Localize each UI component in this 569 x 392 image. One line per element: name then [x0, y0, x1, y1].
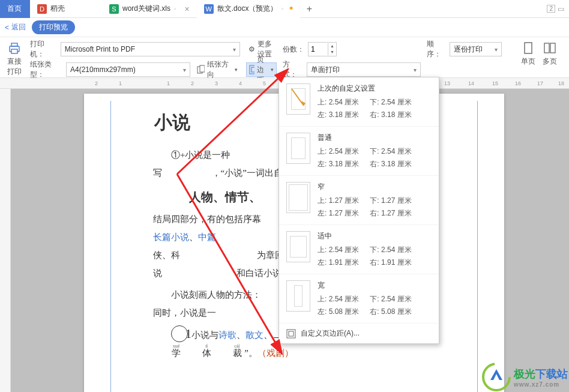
direct-print-label: 直接打印 [7, 56, 22, 77]
svg-point-16 [483, 364, 510, 390]
copies-stepper[interactable]: ▲▼ [308, 42, 337, 56]
window-restore-icon[interactable]: ▭ [558, 5, 564, 13]
xls-icon: S [109, 4, 119, 14]
method-select[interactable]: 单面打印 ▾ [307, 62, 421, 77]
vertical-ruler [0, 89, 11, 392]
svg-rect-9 [550, 43, 555, 53]
tab-daoke[interactable]: D 稻壳 [30, 0, 102, 18]
tab-label: 散文.docx（预览） [217, 4, 278, 14]
margin-option-wide[interactable]: 宽上: 2.54 厘米下: 2.54 厘米左: 5.08 厘米右: 5.08 厘… [279, 274, 439, 324]
tab-label: 稻壳 [50, 4, 65, 14]
paper-select[interactable]: A4(210mmx297mm) ▾ [66, 62, 190, 77]
tab-home[interactable]: 首页 [0, 0, 30, 18]
printer-select[interactable]: Microsoft Print to PDF ▾ [61, 42, 240, 56]
unsaved-dot-icon: • [289, 2, 293, 15]
window-indicator[interactable]: 2 [547, 5, 555, 13]
method-value: 单面打印 [311, 65, 340, 75]
annotation-arrow [177, 66, 297, 188]
single-page-icon [521, 41, 535, 55]
option-title: 宽 [318, 280, 432, 291]
option-title: 窄 [318, 182, 432, 192]
option-title: 上次的自定义设置 [318, 83, 432, 94]
paper-value: A4(210mmx297mm) [70, 65, 136, 74]
svg-line-15 [177, 174, 282, 354]
printer-value: Microsoft Print to PDF [65, 45, 135, 53]
daoke-icon: D [37, 4, 47, 14]
margin-option-last-custom[interactable]: 上次的自定义设置上: 2.54 厘米下: 2.54 厘米左: 3.18 厘米右:… [279, 77, 439, 127]
margin-option-moderate[interactable]: 适中上: 2.54 厘米下: 2.54 厘米左: 1.91 厘米右: 1.91 … [279, 225, 439, 274]
tab-docx-active[interactable]: W 散文.docx（预览） ▫ • [197, 0, 301, 18]
margins-dropdown: 上次的自定义设置上: 2.54 厘米下: 2.54 厘米左: 3.18 厘米右:… [278, 77, 439, 344]
multi-page-button[interactable]: 多页 [540, 41, 559, 67]
order-value: 逐份打印 [454, 44, 483, 55]
printer-icon [7, 41, 22, 55]
svg-rect-2 [11, 49, 17, 53]
window-controls: 2 ▭ [547, 5, 569, 13]
paper-label: 纸张类型： [30, 59, 62, 80]
chevron-down-icon: ▾ [233, 46, 236, 53]
svg-line-14 [177, 69, 288, 174]
annotation-arrow [177, 174, 297, 362]
printer-label: 打印机： [30, 39, 57, 59]
chevron-down-icon: ▾ [495, 46, 498, 53]
tab-label: word关键词.xls [122, 4, 170, 14]
svg-rect-1 [11, 43, 17, 46]
chevron-left-icon: < [5, 23, 9, 32]
back-bar: < 返回 打印预览 [0, 18, 569, 37]
step-up[interactable]: ▲ [328, 43, 336, 49]
copies-input[interactable] [309, 45, 328, 53]
option-title: 普通 [318, 133, 432, 143]
tab-mini-icon: ▫ [174, 5, 176, 12]
custom-margins-button[interactable]: 自定义页边距(A)... [279, 324, 439, 343]
chevron-down-icon: ▾ [414, 67, 417, 73]
multi-page-label: 多页 [543, 56, 557, 67]
logo-icon [481, 362, 511, 392]
new-tab-button[interactable]: + [300, 4, 318, 14]
tab-mini-icon: ▫ [281, 5, 283, 12]
tab-xls[interactable]: S word关键词.xls ▫ × [102, 0, 197, 18]
margin-option-normal[interactable]: 普通上: 2.54 厘米下: 2.54 厘米左: 3.18 厘米右: 3.18 … [279, 127, 439, 176]
single-page-label: 单页 [521, 56, 535, 67]
gear-icon: ⚙ [248, 45, 255, 53]
back-button[interactable]: < 返回 [5, 22, 26, 32]
multi-page-icon [543, 41, 557, 55]
watermark-logo: 极光下载站www.xz7.com [481, 362, 568, 392]
single-page-button[interactable]: 单页 [519, 41, 538, 67]
order-label: 顺序： [427, 39, 446, 59]
step-down[interactable]: ▼ [328, 49, 336, 55]
print-preview-pill[interactable]: 打印预览 [32, 20, 75, 34]
order-select[interactable]: 逐份打印 ▾ [450, 42, 502, 56]
option-title: 适中 [318, 231, 432, 241]
svg-rect-8 [544, 43, 549, 53]
back-label: 返回 [11, 22, 26, 32]
svg-rect-7 [525, 43, 532, 53]
margin-option-narrow[interactable]: 窄上: 1.27 厘米下: 1.27 厘米左: 1.27 厘米右: 1.27 厘… [279, 176, 439, 225]
docx-icon: W [204, 4, 214, 14]
custom-margins-label: 自定义页边距(A)... [301, 328, 360, 339]
copies-label: 份数： [283, 44, 304, 55]
close-icon[interactable]: × [180, 4, 190, 14]
tab-bar: 首页 D 稻壳 S word关键词.xls ▫ × W 散文.docx（预览） … [0, 0, 569, 18]
